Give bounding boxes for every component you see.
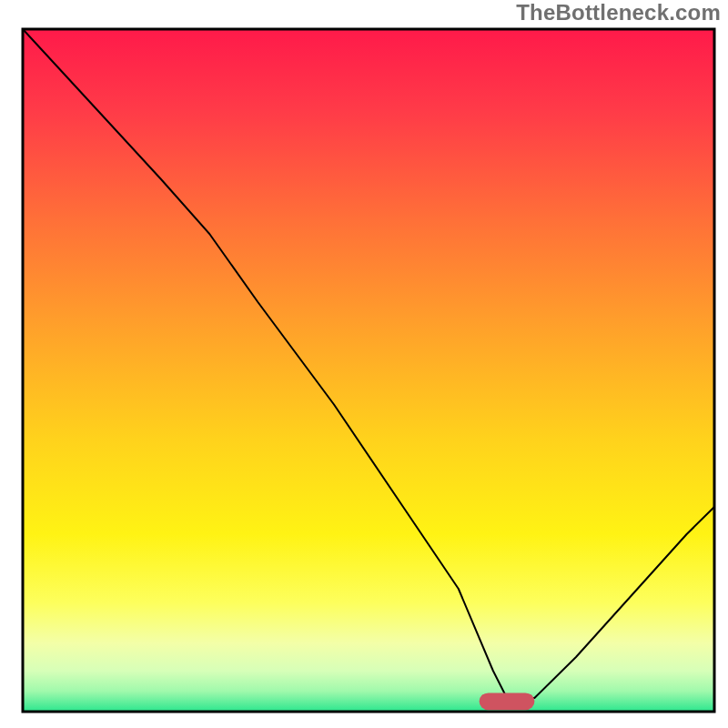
gradient-bg: [23, 29, 714, 712]
chart-svg: [0, 0, 728, 728]
marker-pill: [480, 693, 535, 710]
chart-root: TheBottleneck.com: [0, 0, 728, 728]
